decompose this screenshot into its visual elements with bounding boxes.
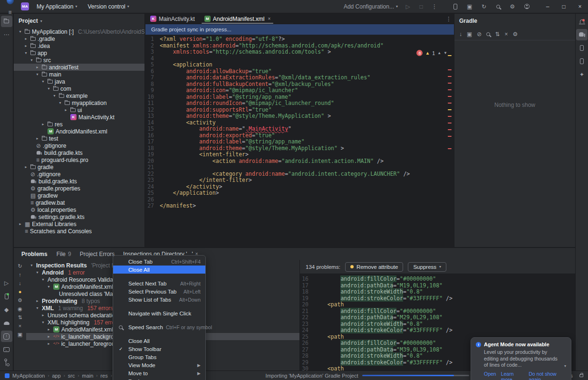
- code-line[interactable]: 26: [145, 197, 454, 203]
- chevron-right-icon[interactable]: ▸: [40, 313, 46, 317]
- menu-item-close-tab[interactable]: Close TabCtrl+Shift+F4: [113, 257, 205, 266]
- expand-all-icon-btn[interactable]: ⇅: [18, 315, 22, 320]
- chevron-right-icon[interactable]: ▸: [23, 165, 29, 169]
- notification-action-learn-more[interactable]: Learn more: [501, 371, 524, 380]
- chevron-right-icon[interactable]: ▸: [18, 222, 23, 226]
- chevron-right-icon[interactable]: ▸: [46, 342, 51, 346]
- android-studio-logo-wrap[interactable]: [4, 0, 16, 7]
- code-line[interactable]: 15 android:name=".MainActivity": [145, 126, 454, 133]
- breadcrumb-item[interactable]: src: [68, 373, 75, 379]
- menu-item-resize[interactable]: Resize▶: [113, 377, 205, 380]
- code-line[interactable]: 10 android:label="@string/app_name": [145, 94, 454, 101]
- gradle-tool-icon[interactable]: [576, 29, 588, 40]
- close-icon[interactable]: ×: [572, 0, 588, 13]
- running-devices-icon[interactable]: [1, 317, 12, 329]
- editor-tab[interactable]: KMainActivity.kt: [145, 14, 200, 24]
- code-line[interactable]: 14 <activity: [145, 120, 454, 126]
- menu-item-show-toolbar[interactable]: ✓Show Toolbar: [113, 345, 205, 353]
- run-icon-btn[interactable]: ▷: [402, 1, 414, 12]
- chevron-right-icon[interactable]: ▸: [46, 334, 51, 339]
- gradle-settings-icon-btn[interactable]: ⚙: [512, 31, 518, 37]
- collapse-all-icon-btn[interactable]: ×: [19, 323, 21, 329]
- project-tool-icon[interactable]: [1, 16, 12, 27]
- sdk-manager-icon-btn[interactable]: ▣: [463, 1, 476, 12]
- tree-item[interactable]: ▸▦External Libraries: [14, 220, 145, 228]
- editor-tab-options-icon[interactable]: ⋮: [443, 14, 454, 24]
- previous-problem-icon-btn[interactable]: ↑: [19, 272, 21, 277]
- code-line[interactable]: 19 <intent-filter>: [145, 152, 454, 158]
- tree-item[interactable]: ▸res: [14, 121, 145, 128]
- rerun-inspection-icon-btn[interactable]: ↻: [18, 264, 22, 269]
- chevron-right-icon[interactable]: ▸: [23, 44, 29, 48]
- view-options-icon-btn[interactable]: ◉: [18, 306, 22, 312]
- notification-action-open[interactable]: Open: [484, 371, 496, 380]
- chevron-right-icon[interactable]: ▸: [35, 136, 40, 141]
- problems-tab[interactable]: File9: [52, 248, 76, 260]
- tree-item[interactable]: ▾main: [14, 71, 145, 78]
- project-switcher[interactable]: My Application▾: [34, 2, 80, 11]
- chevron-down-icon[interactable]: ▾: [58, 101, 63, 105]
- lock-icon[interactable]: [579, 374, 583, 377]
- menu-item-close-all[interactable]: Close All: [113, 337, 205, 345]
- tree-item[interactable]: MAndroidManifest.xml: [14, 128, 145, 135]
- inspections-widget[interactable]: 8 ▲ 1 ▲ ▼: [416, 50, 447, 56]
- running-devices-icon[interactable]: [576, 56, 588, 67]
- code-line[interactable]: 24 </activity>: [145, 184, 454, 190]
- tree-item[interactable]: ≡Scratches and Consoles: [14, 228, 145, 235]
- run-anything-icon-btn[interactable]: [486, 32, 490, 36]
- code-line[interactable]: 2<manifest xmlns:android="http://schemas…: [145, 43, 454, 49]
- tree-item[interactable]: ▸test: [14, 135, 145, 142]
- chevron-right-icon[interactable]: ▸: [35, 299, 40, 303]
- editor-code[interactable]: 1<?xml version="1.0" encoding="utf-8"?>2…: [145, 35, 454, 209]
- tree-item[interactable]: ▸.gradle: [14, 35, 145, 42]
- tree-item[interactable]: ≡gradlew.bat: [14, 199, 145, 206]
- code-line[interactable]: 4: [145, 56, 454, 62]
- chevron-down-icon[interactable]: ▾: [35, 270, 40, 275]
- code-line[interactable]: 20 <action android:name="android.intent.…: [145, 158, 454, 165]
- code-line[interactable]: 11 android:roundIcon="@mipmap/ic_launche…: [145, 100, 454, 107]
- execute-task-icon-btn[interactable]: ▣: [467, 31, 472, 37]
- chevron-down-icon[interactable]: ▾: [46, 86, 51, 91]
- tree-item[interactable]: build.gradle.kts: [14, 149, 145, 156]
- tree-item[interactable]: ▸ui: [14, 106, 145, 114]
- quick-fix-icon-btn[interactable]: ●: [19, 289, 22, 294]
- tree-item[interactable]: ▾src: [14, 57, 145, 64]
- chevron-down-icon[interactable]: ▾: [29, 58, 34, 62]
- chevron-down-icon[interactable]: ▾: [23, 51, 29, 55]
- chevron-right-icon[interactable]: ▸: [63, 108, 68, 112]
- search-everywhere-icon-btn[interactable]: [492, 1, 504, 12]
- tree-item[interactable]: ▤gradlew: [14, 192, 145, 199]
- inspection-settings-icon-btn[interactable]: ⚙: [18, 298, 22, 303]
- code-line[interactable]: 6 android:allowBackup="true": [145, 68, 454, 75]
- suppress-button[interactable]: Suppress ▾: [408, 262, 446, 272]
- tree-item[interactable]: build.gradle.kts: [14, 178, 145, 185]
- code-line[interactable]: 19 android:strokeColor="#33FFFFFF" />: [300, 295, 575, 302]
- code-line[interactable]: 23 </intent-filter>: [145, 177, 454, 184]
- notifications-icon[interactable]: [576, 16, 588, 27]
- chevron-down-icon[interactable]: ▾: [52, 94, 57, 98]
- tree-item[interactable]: ⊘.gitignore: [14, 142, 145, 149]
- chevron-right-icon[interactable]: ▸: [40, 122, 46, 126]
- chevron-down-icon[interactable]: ▾: [564, 364, 566, 369]
- tree-item[interactable]: ≡proguard-rules.pro: [14, 156, 145, 163]
- sync-gradle-icon-btn[interactable]: ↓: [459, 31, 462, 37]
- code-line[interactable]: 21: [145, 164, 454, 171]
- chevron-down-icon[interactable]: ▾: [18, 29, 23, 34]
- chevron-down-icon[interactable]: ▾: [40, 277, 46, 282]
- menu-item-show-list-of-tabs[interactable]: Show List of TabsAlt+Down: [113, 295, 205, 304]
- tree-item[interactable]: ⚙gradle.properties: [14, 185, 145, 192]
- code-line[interactable]: 3 xmlns:tools="http://schemas.android.co…: [145, 49, 454, 56]
- chevron-down-icon[interactable]: ▾: [46, 285, 51, 289]
- expand-all-icon-btn[interactable]: ⇅: [495, 31, 500, 37]
- next-problem-icon-btn[interactable]: ↓: [19, 281, 21, 286]
- menu-item-group-tabs[interactable]: Group Tabs: [113, 353, 205, 361]
- open-in-window-icon-btn[interactable]: ▣: [18, 332, 22, 337]
- menu-item-navigate-with-single-click[interactable]: Navigate with Single Click: [113, 309, 205, 317]
- gemini-icon[interactable]: ✦: [576, 69, 588, 80]
- more-actions-icon-btn[interactable]: ⋮: [428, 1, 441, 12]
- minimize-icon[interactable]: –: [540, 0, 556, 13]
- run-tool-icon[interactable]: ▷: [1, 277, 12, 289]
- tree-item[interactable]: ▾com: [14, 85, 145, 92]
- breadcrumb-item[interactable]: app: [52, 373, 60, 379]
- menu-item-close-all[interactable]: Close All: [113, 266, 205, 274]
